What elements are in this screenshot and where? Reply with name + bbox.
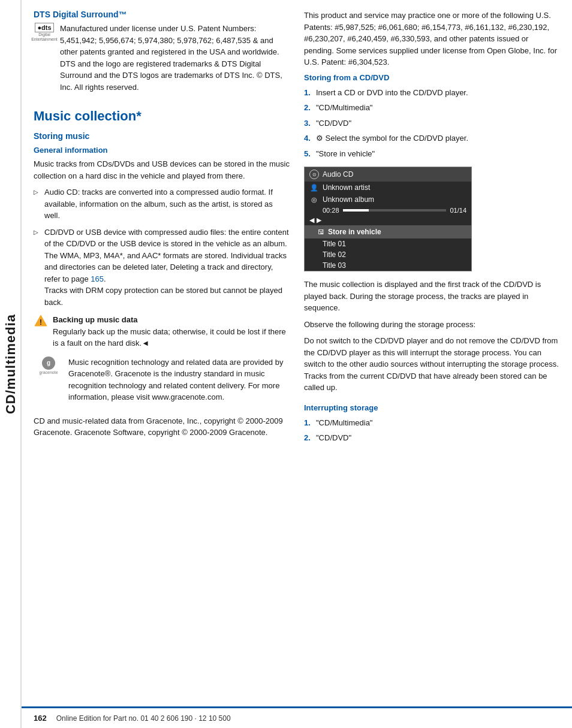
general-info-body: Music tracks from CDs/DVDs and USB devic…	[34, 158, 290, 182]
left-column: DTS Digital Surround™ ●dts DigitalEntert…	[34, 10, 290, 451]
cd-title-01: Title 01	[323, 240, 346, 248]
svg-text:!: !	[40, 318, 42, 327]
cd-progress-bar	[343, 209, 447, 212]
cd-top-label: Audio CD	[323, 170, 353, 179]
page-link[interactable]: 165	[91, 274, 104, 283]
list-item: 2."CD/DVD"	[304, 432, 560, 444]
dts-logo-sub: DigitalEntertainment	[31, 32, 58, 41]
list-item-text: Audio CD: tracks are converted into a co…	[44, 188, 273, 220]
warning-icon: !	[34, 314, 48, 329]
list-item: CD/DVD or USB device with compressed aud…	[34, 226, 290, 309]
dts-logo-main: ●dts	[35, 23, 53, 32]
cd-artist: Unknown artist	[323, 183, 370, 192]
cd-time-right: 01/14	[450, 207, 466, 214]
bullet-list: Audio CD: tracks are converted into a co…	[34, 186, 290, 308]
cd-time-left: 00:28	[323, 207, 339, 214]
after-text3: Do not switch to the CD/DVD player and d…	[304, 335, 560, 394]
warning-body: Regularly back up the music data; otherw…	[53, 327, 286, 348]
footer: 162 Online Edition for Part no. 01 40 2 …	[22, 706, 572, 728]
drm-note: Tracks with DRM copy protection can be s…	[44, 286, 282, 307]
list-item: 5."Store in vehicle"	[304, 148, 560, 160]
after-text2: Observe the following during the storage…	[304, 319, 560, 331]
gracenote-row: g gracenote Music recognition technology…	[34, 357, 290, 408]
list-item: 2."CD/Multimedia"	[304, 102, 560, 114]
dts-section: DTS Digital Surround™ ●dts DigitalEntert…	[34, 10, 290, 98]
album-icon: ◎	[309, 196, 319, 204]
storing-steps-list: 1.Insert a CD or DVD into the CD/DVD pla…	[304, 87, 560, 160]
list-item: 4. ⚙ Select the symbol for the CD/DVD pl…	[304, 132, 560, 144]
gracenote-logo: g gracenote	[34, 357, 64, 374]
gracenote-circle: g	[42, 357, 55, 370]
cd-store-row: 🖫 Store in vehicle	[305, 225, 471, 238]
artist-icon: 👤	[309, 184, 319, 192]
cd-top-bar: ⊙ Audio CD	[305, 167, 471, 182]
cd-icon: ⊙	[309, 170, 319, 179]
cd-controls-row: ◀ ▶	[305, 215, 471, 225]
patent-text: This product and service may practice on…	[304, 10, 560, 68]
cd-album: Unknown album	[323, 195, 374, 204]
interrupting-steps-list: 1."CD/Multimedia" 2."CD/DVD"	[304, 417, 560, 444]
after-text1: The music collection is displayed and th…	[304, 279, 560, 314]
warning-text-block: Backing up music data Regularly back up …	[53, 314, 290, 349]
page-number: 162	[34, 714, 47, 723]
list-item: 1.Insert a CD or DVD into the CD/DVD pla…	[304, 87, 560, 99]
cd-progress-row: 00:28 01/14	[305, 206, 471, 215]
list-item: 1."CD/Multimedia"	[304, 417, 560, 429]
dts-title: DTS Digital Surround™	[34, 10, 290, 19]
warning-box: ! Backing up music data Regularly back u…	[34, 314, 290, 349]
list-item: Audio CD: tracks are converted into a co…	[34, 186, 290, 222]
right-column: This product and service may practice on…	[304, 10, 560, 451]
list-item-text: CD/DVD or USB device with compressed aud…	[44, 228, 289, 283]
storing-music-title: Storing music	[34, 131, 290, 141]
sidebar-label: CD/multimedia	[3, 314, 19, 414]
prev-button[interactable]: ◀	[309, 216, 314, 224]
main-content: DTS Digital Surround™ ●dts DigitalEntert…	[22, 0, 572, 469]
cd-title-03-row: Title 03	[305, 260, 471, 271]
gracenote-body2: CD and music-related data from Gracenote…	[34, 415, 290, 439]
dts-logo: ●dts DigitalEntertainment	[34, 23, 55, 41]
warning-title: Backing up music data	[53, 315, 138, 324]
two-col-layout: DTS Digital Surround™ ●dts DigitalEntert…	[34, 10, 560, 451]
gracenote-label: gracenote	[39, 370, 58, 374]
cd-progress-fill	[343, 209, 369, 212]
sidebar-line	[20, 0, 22, 728]
next-button[interactable]: ▶	[317, 216, 321, 224]
cd-album-row: ◎ Unknown album	[305, 194, 471, 206]
storing-from-cd-title: Storing from a CD/DVD	[304, 73, 560, 82]
list-item: 3."CD/DVD"	[304, 117, 560, 129]
footer-text: Online Edition for Part no. 01 40 2 606 …	[56, 714, 231, 723]
cd-title-03: Title 03	[323, 261, 346, 270]
music-collection-title: Music collection*	[34, 108, 290, 124]
cd-title-02: Title 02	[323, 250, 346, 259]
cd-title-02-row: Title 02	[305, 249, 471, 260]
gracenote-body: Music recognition technology and related…	[68, 357, 290, 403]
general-info-title: General information	[34, 146, 290, 155]
cd-artist-row: 👤 Unknown artist	[305, 182, 471, 194]
interrupting-title: Interrupting storage	[304, 403, 560, 412]
store-icon: 🖫	[318, 228, 324, 235]
dts-body: Manufactured under license under U.S. Pa…	[60, 23, 290, 93]
cd-store-label: Store in vehicle	[328, 228, 381, 236]
cd-screenshot: ⊙ Audio CD 👤 Unknown artist ◎ Unknown al…	[304, 167, 472, 271]
cd-title-01-row: Title 01	[305, 238, 471, 249]
dts-logo-row: ●dts DigitalEntertainment Manufactured u…	[34, 23, 290, 98]
sidebar: CD/multimedia	[0, 0, 22, 728]
